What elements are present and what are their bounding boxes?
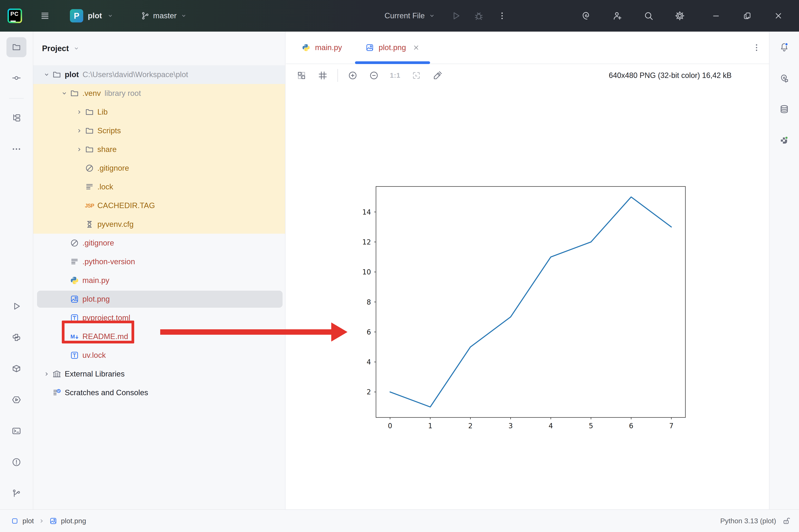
minimize-icon[interactable]: [711, 11, 721, 20]
scratches-icon: [52, 388, 61, 397]
close-icon[interactable]: [774, 11, 783, 20]
chevron-down-icon: [107, 12, 114, 20]
tree-item-share[interactable]: share: [33, 140, 285, 159]
python-packages-tool-button[interactable]: [0, 354, 33, 385]
tree-item-scripts[interactable]: Scripts: [33, 121, 285, 140]
svg-text:6: 6: [629, 422, 633, 430]
ai-assistant-icon[interactable]: [581, 11, 591, 21]
jsp-icon: JSP: [85, 201, 94, 210]
zoom-out-icon[interactable]: [369, 71, 379, 80]
version-control-tool-button[interactable]: [0, 478, 33, 509]
annotation-arrow-shaft: [160, 329, 332, 335]
project-avatar: P: [70, 9, 83, 22]
svg-text:7: 7: [669, 422, 674, 430]
tree-item-pyvenv-cfg[interactable]: pyvenv.cfg: [33, 215, 285, 234]
bobbin-icon: [85, 220, 94, 229]
svg-text:0: 0: [388, 422, 392, 430]
svg-text:14: 14: [362, 208, 371, 216]
tree-item-scratches-and-consoles[interactable]: Scratches and Consoles: [33, 383, 285, 402]
notifications-button[interactable]: [769, 32, 799, 63]
settings-icon[interactable]: [675, 11, 685, 21]
ai-assistant-tool-button[interactable]: [769, 63, 799, 94]
main-menu-icon[interactable]: [40, 11, 50, 21]
chevron-right-icon: [38, 517, 46, 525]
project-panel-header[interactable]: Project: [33, 32, 285, 65]
plugin-tool-button[interactable]: [769, 125, 799, 156]
search-icon[interactable]: [643, 11, 654, 21]
toolbar-divider: [338, 69, 338, 82]
interpreter-widget[interactable]: Python 3.13 (plot): [720, 517, 776, 525]
tree-item-gitignore[interactable]: .gitignore: [33, 234, 285, 252]
terminal-tool-button[interactable]: [0, 416, 33, 447]
tree-item-plot-png[interactable]: plot.png: [33, 290, 285, 308]
tree-item-python-version[interactable]: .python-version: [33, 252, 285, 271]
pycharm-logo: PC: [7, 8, 22, 23]
services-tool-button[interactable]: [0, 385, 33, 416]
problems-tool-button[interactable]: [0, 447, 33, 478]
editor-tab-bar: main.pyplot.png: [286, 32, 769, 64]
fit-to-window-icon: [412, 71, 421, 80]
terminal-icon: [12, 426, 21, 436]
status-bar-right: Python 3.13 (plot): [720, 517, 799, 525]
chevron-down-icon[interactable]: [43, 71, 51, 79]
packages-icon: [12, 364, 21, 373]
tree-item-plot[interactable]: plotC:\Users\david\Workspace\plot: [33, 65, 285, 84]
chevron-down-icon[interactable]: [428, 12, 436, 20]
chevron-right-icon[interactable]: [75, 146, 83, 153]
svg-text:2: 2: [468, 422, 473, 430]
project-panel: Project plotC:\Users\david\Workspace\plo…: [33, 32, 286, 509]
tab-plot-png[interactable]: plot.png: [354, 32, 432, 63]
edit-externally-icon[interactable]: [433, 71, 442, 80]
zoom-in-icon[interactable]: [348, 71, 358, 80]
problems-icon: [12, 457, 21, 467]
project-selector[interactable]: P plot: [70, 9, 114, 22]
breadcrumb-project[interactable]: plot: [22, 517, 34, 525]
tree-item-main-py[interactable]: main.py: [33, 271, 285, 290]
close-tab-icon[interactable]: [413, 44, 420, 51]
structure-tool-button[interactable]: [0, 103, 33, 134]
stripe-divider: [9, 98, 24, 98]
tree-item-lock[interactable]: .lock: [33, 177, 285, 196]
chevron-right-icon[interactable]: [75, 108, 83, 116]
project-tool-button[interactable]: [0, 32, 33, 63]
tree-item-gitignore[interactable]: .gitignore: [33, 159, 285, 177]
chevron-down-icon[interactable]: [60, 89, 68, 97]
tree-item-external-libraries[interactable]: External Libraries: [33, 365, 285, 383]
transparency-checkerboard-icon[interactable]: [297, 71, 306, 80]
textlines-icon: [85, 182, 94, 191]
more-actions-icon[interactable]: [497, 11, 507, 20]
run-configuration[interactable]: Current File: [384, 12, 425, 20]
add-user-icon[interactable]: [612, 11, 622, 21]
lock-open-icon[interactable]: [782, 517, 791, 525]
library-icon: [52, 369, 61, 379]
python-console-tool-button[interactable]: [0, 322, 33, 354]
editor-more-icon[interactable]: [750, 32, 763, 63]
folder-icon: [52, 70, 61, 79]
restore-icon[interactable]: [743, 11, 752, 20]
tree-item-lib[interactable]: Lib: [33, 103, 285, 121]
chevron-right-icon[interactable]: [43, 370, 51, 378]
run-icon[interactable]: [451, 11, 461, 21]
tree-item-cachedir-tag[interactable]: JSPCACHEDIR.TAG: [33, 196, 285, 215]
grid-toggle-icon[interactable]: [318, 71, 327, 80]
svg-text:4: 4: [367, 358, 371, 366]
breadcrumb: plot plot.png: [0, 517, 86, 525]
image-info: 640x480 PNG (32-bit color) 16,42 kB: [609, 66, 731, 85]
debug-icon[interactable]: [474, 11, 484, 21]
plugin-icon: [779, 136, 789, 145]
tab-main-py[interactable]: main.py: [290, 32, 354, 63]
commit-tool-button[interactable]: [0, 63, 33, 94]
more-tool-windows-button[interactable]: [0, 134, 33, 165]
tree-item-venv[interactable]: .venvlibrary root: [33, 84, 285, 103]
project-name: plot: [88, 12, 102, 20]
svg-text:4: 4: [549, 422, 553, 430]
folder-icon: [85, 126, 94, 135]
chevron-right-icon[interactable]: [75, 127, 83, 135]
folder-icon: [85, 108, 94, 117]
run-tool-button[interactable]: [0, 291, 33, 322]
vcs-icon: [12, 489, 21, 498]
branch-selector[interactable]: master: [141, 11, 187, 20]
tree-item-uv-lock[interactable]: uv.lock: [33, 346, 285, 365]
database-tool-button[interactable]: [769, 94, 799, 125]
breadcrumb-file[interactable]: plot.png: [61, 517, 86, 525]
